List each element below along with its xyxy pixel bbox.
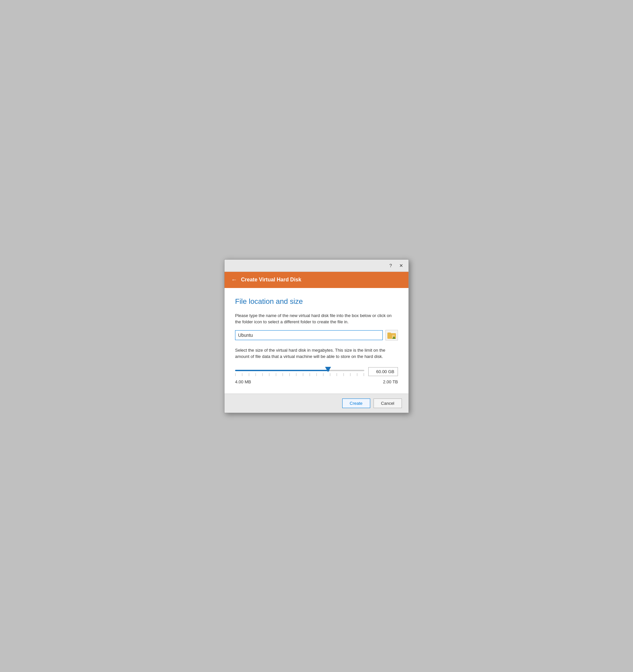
- slider-max-label: 2.00 TB: [383, 379, 398, 384]
- dialog: ? ✕ ← Create Virtual Hard Disk File loca…: [224, 259, 409, 413]
- dialog-header: ← Create Virtual Hard Disk: [225, 272, 408, 288]
- tick-5: |: [262, 373, 263, 376]
- tick-12: |: [310, 373, 310, 376]
- slider-min-label: 4.00 MB: [235, 379, 251, 384]
- tick-9: |: [289, 373, 290, 376]
- dialog-footer: Create Cancel: [225, 393, 408, 413]
- tick-14: |: [323, 373, 324, 376]
- tick-13: |: [316, 373, 317, 376]
- filename-input[interactable]: [235, 330, 383, 340]
- slider-wrapper: | | | | | | | | | | | | | | | | |: [235, 366, 364, 377]
- tick-7: |: [276, 373, 276, 376]
- tick-10: |: [296, 373, 297, 376]
- tick-17: |: [343, 373, 344, 376]
- tick-18: |: [350, 373, 351, 376]
- section-title: File location and size: [235, 297, 398, 306]
- dialog-title: Create Virtual Hard Disk: [241, 277, 301, 283]
- tick-3: |: [249, 373, 249, 376]
- svg-rect-1: [387, 333, 391, 334]
- tick-19: |: [357, 373, 357, 376]
- browse-folder-button[interactable]: [385, 330, 398, 340]
- cancel-button[interactable]: Cancel: [374, 399, 402, 408]
- size-slider[interactable]: [235, 370, 364, 371]
- file-input-row: [235, 330, 398, 340]
- tick-20: |: [364, 373, 364, 376]
- back-button[interactable]: ←: [231, 277, 237, 283]
- tick-15: |: [330, 373, 330, 376]
- slider-labels: 4.00 MB 2.00 TB: [235, 379, 398, 384]
- size-description: Select the size of the virtual hard disk…: [235, 347, 398, 360]
- slider-row: | | | | | | | | | | | | | | | | |: [235, 366, 398, 377]
- tick-6: |: [269, 373, 270, 376]
- size-value-input[interactable]: [368, 367, 398, 376]
- folder-icon: [387, 332, 396, 339]
- tick-1: |: [235, 373, 236, 376]
- title-bar: ? ✕: [225, 260, 408, 272]
- help-button[interactable]: ?: [387, 262, 395, 269]
- tick-16: |: [337, 373, 337, 376]
- close-button[interactable]: ✕: [397, 262, 405, 269]
- tick-row: | | | | | | | | | | | | | | | | |: [235, 373, 364, 377]
- create-button[interactable]: Create: [342, 399, 370, 408]
- file-description: Please type the name of the new virtual …: [235, 312, 398, 325]
- tick-4: |: [255, 373, 256, 376]
- tick-11: |: [303, 373, 303, 376]
- dialog-content: File location and size Please type the n…: [225, 288, 408, 393]
- tick-8: |: [282, 373, 283, 376]
- tick-2: |: [242, 373, 243, 376]
